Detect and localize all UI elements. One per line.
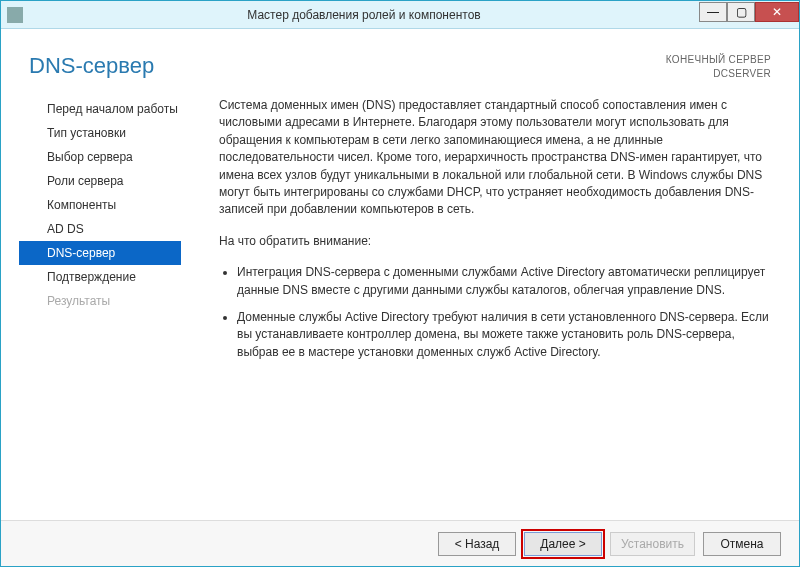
description-text: Система доменных имен (DNS) предоставляе… <box>219 97 771 219</box>
app-icon <box>7 7 23 23</box>
window-controls: — ▢ ✕ <box>699 1 799 28</box>
wizard-nav: Перед началом работы Тип установки Выбор… <box>1 91 181 520</box>
nav-confirmation[interactable]: Подтверждение <box>19 265 181 289</box>
window-title: Мастер добавления ролей и компонентов <box>29 8 699 22</box>
header: DNS-сервер КОНЕЧНЫЙ СЕРВЕР DCSERVER <box>1 29 799 91</box>
destination-server: КОНЕЧНЫЙ СЕРВЕР DCSERVER <box>666 53 771 81</box>
note-item: Интеграция DNS-сервера с доменными служб… <box>237 264 771 299</box>
install-button: Установить <box>610 532 695 556</box>
destination-label: КОНЕЧНЫЙ СЕРВЕР <box>666 53 771 67</box>
maximize-button[interactable]: ▢ <box>727 2 755 22</box>
notes-heading: На что обратить внимание: <box>219 233 771 250</box>
body: Перед началом работы Тип установки Выбор… <box>1 91 799 520</box>
nav-results: Результаты <box>19 289 181 313</box>
footer: < Назад Далее > Установить Отмена <box>1 520 799 566</box>
note-item: Доменные службы Active Directory требуют… <box>237 309 771 361</box>
page-title: DNS-сервер <box>29 53 666 79</box>
nav-dns-server[interactable]: DNS-сервер <box>19 241 181 265</box>
close-button[interactable]: ✕ <box>755 2 799 22</box>
nav-ad-ds[interactable]: AD DS <box>19 217 181 241</box>
nav-features[interactable]: Компоненты <box>19 193 181 217</box>
wizard-window: Мастер добавления ролей и компонентов — … <box>0 0 800 567</box>
next-button[interactable]: Далее > <box>524 532 602 556</box>
nav-server-roles[interactable]: Роли сервера <box>19 169 181 193</box>
destination-value: DCSERVER <box>666 67 771 81</box>
titlebar: Мастер добавления ролей и компонентов — … <box>1 1 799 29</box>
nav-install-type[interactable]: Тип установки <box>19 121 181 145</box>
notes-list: Интеграция DNS-сервера с доменными служб… <box>219 264 771 361</box>
cancel-button[interactable]: Отмена <box>703 532 781 556</box>
nav-before-you-begin[interactable]: Перед началом работы <box>19 97 181 121</box>
minimize-button[interactable]: — <box>699 2 727 22</box>
nav-server-selection[interactable]: Выбор сервера <box>19 145 181 169</box>
back-button[interactable]: < Назад <box>438 532 516 556</box>
content-pane: Система доменных имен (DNS) предоставляе… <box>181 91 779 520</box>
